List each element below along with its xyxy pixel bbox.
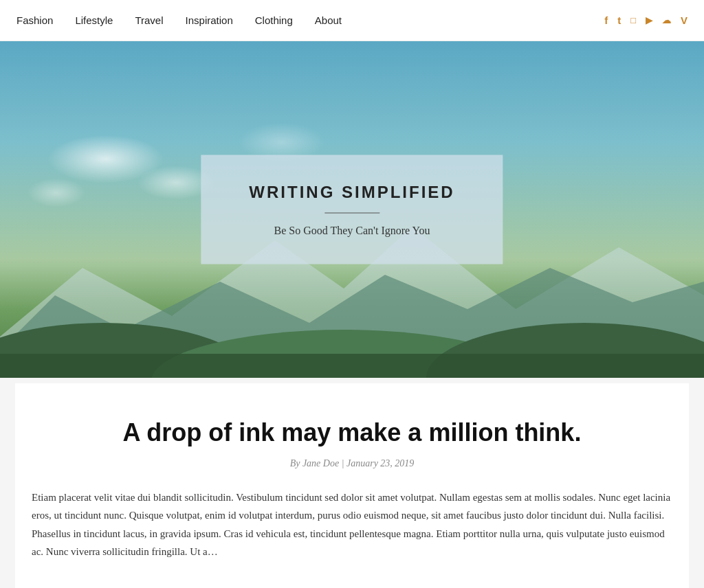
facebook-icon[interactable]: f (604, 14, 608, 26)
article-title: A drop of ink may make a million think. (32, 418, 672, 447)
content-section: A drop of ink may make a million think. … (0, 378, 704, 588)
hero-subtitle: Be So Good They Can't Ignore You (249, 225, 454, 237)
social-icons: f t □ ▶ ☁ V (604, 14, 688, 26)
nav-item-about[interactable]: About (315, 14, 342, 26)
instagram-icon[interactable]: □ (630, 15, 636, 25)
hero-text-box: WRITING SIMPLIFIED Be So Good They Can't… (201, 155, 503, 264)
article-body: Etiam placerat velit vitae dui blandit s… (32, 488, 672, 561)
hero-title: WRITING SIMPLIFIED (249, 183, 454, 202)
nav-item-clothing[interactable]: Clothing (255, 14, 293, 26)
twitter-icon[interactable]: t (617, 14, 621, 26)
vimeo-icon[interactable]: V (681, 14, 688, 26)
svg-rect-5 (0, 354, 704, 378)
nav-links: Fashion Lifestyle Travel Inspiration Clo… (16, 14, 342, 26)
nav-item-travel[interactable]: Travel (135, 14, 163, 26)
soundcloud-icon[interactable]: ☁ (662, 15, 671, 26)
nav-item-lifestyle[interactable]: Lifestyle (75, 14, 113, 26)
nav-item-fashion[interactable]: Fashion (16, 14, 53, 26)
youtube-icon[interactable]: ▶ (646, 15, 652, 26)
hero-divider (324, 213, 380, 214)
content-inner: A drop of ink may make a million think. … (15, 383, 689, 588)
navbar: Fashion Lifestyle Travel Inspiration Clo… (0, 0, 704, 41)
nav-item-inspiration[interactable]: Inspiration (186, 14, 233, 26)
hero-section: WRITING SIMPLIFIED Be So Good They Can't… (0, 41, 704, 378)
article-meta: By Jane Doe | January 23, 2019 (32, 458, 672, 469)
